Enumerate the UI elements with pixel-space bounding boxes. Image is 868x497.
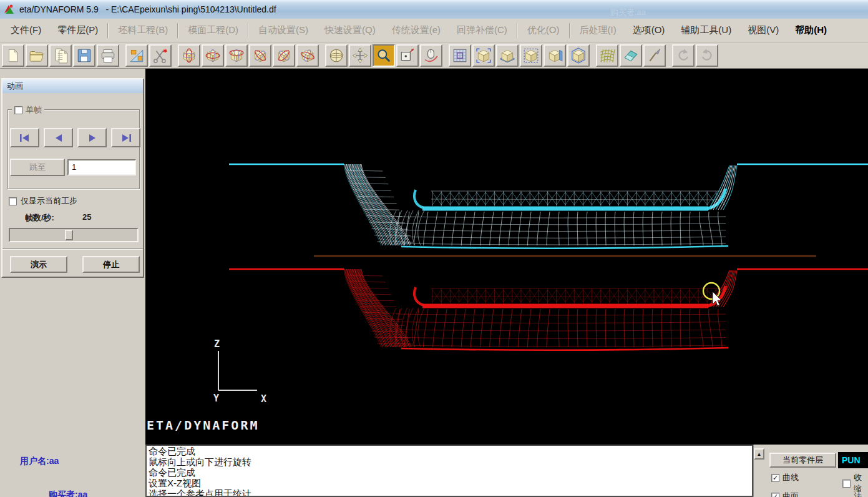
pan-view-button[interactable] [349, 44, 371, 67]
only-current-step-checkbox[interactable] [9, 197, 17, 205]
single-frame-checkbox[interactable] [14, 106, 22, 114]
save-button[interactable] [73, 44, 95, 67]
zoom-view-icon [376, 47, 392, 64]
dynaform-window: eta/DYNAFORM 5.9 - E:\CAEpeixun\shi ping… [0, 0, 868, 497]
axis-label-z: Z [214, 338, 220, 350]
rotate-sphere-button[interactable] [325, 44, 348, 67]
viewport-3d[interactable]: ZYXETA/DYNAFORM [145, 69, 868, 445]
username-label: 用户名:aa [20, 456, 59, 467]
surfaces-checkbox[interactable]: ✓ [771, 493, 779, 497]
menu-die-face-engineering[interactable]: 模面工程(D) [180, 21, 246, 40]
menu-utilities[interactable]: 辅助工具(U) [673, 21, 739, 40]
undo-button[interactable] [672, 44, 695, 67]
message-scrollbar[interactable]: ▲ [753, 445, 764, 497]
zoom-view-button[interactable] [373, 44, 395, 67]
rotate-cube-z-icon [228, 47, 245, 64]
first-frame-button[interactable] [10, 128, 39, 147]
perspective-view-button[interactable] [567, 44, 590, 67]
menu-options[interactable]: 选项(O) [625, 21, 673, 40]
fps-value: 25 [82, 212, 91, 222]
left-sidebar: 动画 单帧 跳至 1 仅显示当前工步 帧数/秒: 25 演示 [0, 69, 145, 497]
menu-blank-engineering[interactable]: 坯料工程(B) [110, 21, 176, 40]
rotate-cube-z-button[interactable] [225, 44, 248, 67]
layer-option-surfaces: ✓曲面 [771, 491, 799, 497]
rotate-cube-yz-icon [276, 47, 292, 64]
animation-panel-title[interactable]: 动画 [2, 79, 143, 93]
curves-checkbox[interactable]: ✓ [771, 474, 779, 482]
menu-optimization[interactable]: 优化(O) [519, 21, 568, 40]
message-line: 命令已完成 [147, 446, 752, 456]
layer-option-normals: 法向 [842, 491, 868, 497]
redo-icon [699, 47, 715, 64]
shrink-checkbox[interactable] [842, 480, 851, 488]
toolbar [0, 42, 868, 69]
matrix-display-button[interactable] [449, 44, 471, 67]
only-current-step-label: 仅显示当前工步 [21, 195, 77, 207]
menu-quick-setup[interactable]: 快速设置(Q) [316, 21, 384, 40]
menu-separator [569, 23, 570, 38]
message-log: 命令已完成鼠标向上或向下进行旋转命令已完成设置X-Z视图选择一个参考点用于统计 [145, 445, 753, 497]
layer-option-curves: ✓曲线 [771, 472, 799, 483]
eraser-button[interactable] [620, 44, 642, 67]
fps-slider[interactable] [9, 228, 139, 242]
front-view-button[interactable] [520, 44, 542, 67]
menu-auto-setup[interactable]: 自动设置(S) [250, 21, 316, 40]
section-cut-button[interactable] [149, 44, 172, 67]
single-frame-label: 单帧 [26, 104, 42, 116]
pan-view-icon [352, 47, 368, 64]
fit-view-button[interactable] [472, 44, 495, 67]
message-line: 命令已完成 [147, 467, 752, 478]
rotate-cube-xy-icon [252, 47, 268, 64]
print-button[interactable] [97, 44, 119, 67]
title-bar[interactable]: eta/DYNAFORM 5.9 - E:\CAEpeixun\shi ping… [0, 0, 868, 19]
jump-to-input[interactable]: 1 [67, 159, 136, 175]
brush-button[interactable] [643, 44, 666, 67]
rotate-cube-xz-button[interactable] [296, 44, 319, 67]
rotate-cube-y-icon [205, 47, 221, 64]
menu-parts-layer[interactable]: 零件层(P) [49, 21, 106, 40]
menu-post-process[interactable]: 后处理(I) [572, 21, 625, 40]
redo-button[interactable] [696, 44, 718, 67]
buyer-label: 购买者:aa [49, 490, 87, 497]
stop-button[interactable]: 停止 [82, 256, 140, 273]
zoom-window-button[interactable] [396, 44, 419, 67]
rotate-cube-y-button[interactable] [202, 44, 224, 67]
side-view-button[interactable] [544, 44, 566, 67]
menu-separator [107, 23, 109, 38]
prev-frame-icon [53, 134, 64, 142]
first-frame-icon [19, 134, 31, 142]
next-frame-icon [87, 134, 98, 142]
jump-to-button[interactable]: 跳至 [10, 159, 65, 176]
mesh-surface-button[interactable] [596, 44, 618, 67]
rotate-cube-yz-button[interactable] [273, 44, 295, 67]
rotate-cube-xy-button[interactable] [249, 44, 271, 67]
current-layer-value[interactable]: PUN [838, 452, 868, 468]
menu-file[interactable]: 文件(F) [2, 21, 49, 40]
play-button[interactable]: 演示 [10, 256, 67, 273]
scroll-up-button[interactable]: ▲ [754, 448, 764, 460]
previous-frame-button[interactable] [44, 128, 73, 147]
section-cut-icon [152, 47, 168, 64]
open-folder-button[interactable] [26, 44, 48, 67]
rotate-cube-x-button[interactable] [178, 44, 200, 67]
menu-help[interactable]: 帮助(H) [787, 21, 835, 40]
rotate-cube-x-icon [181, 47, 197, 64]
perspective-view-icon [570, 47, 587, 64]
menu-view[interactable]: 视图(V) [739, 21, 787, 40]
message-line: 设置X-Z视图 [147, 478, 752, 488]
new-file-button[interactable] [2, 44, 24, 67]
last-frame-button[interactable] [111, 128, 140, 147]
free-rotate-button[interactable] [420, 44, 442, 67]
copy-button[interactable] [49, 44, 72, 67]
menu-springback-compensation[interactable]: 回弹补偿(C) [449, 21, 515, 40]
side-view-icon [547, 47, 563, 64]
print-icon [100, 47, 116, 64]
fps-slider-thumb[interactable] [65, 230, 73, 240]
copy-icon [52, 47, 69, 64]
menu-classic-setup[interactable]: 传统设置(e) [384, 21, 449, 40]
iso-view-button[interactable] [496, 44, 519, 67]
display-options-button[interactable] [125, 44, 148, 67]
current-layer-button[interactable]: 当前零件层 [769, 453, 836, 468]
next-frame-button[interactable] [77, 128, 107, 147]
open-folder-icon [29, 47, 45, 64]
